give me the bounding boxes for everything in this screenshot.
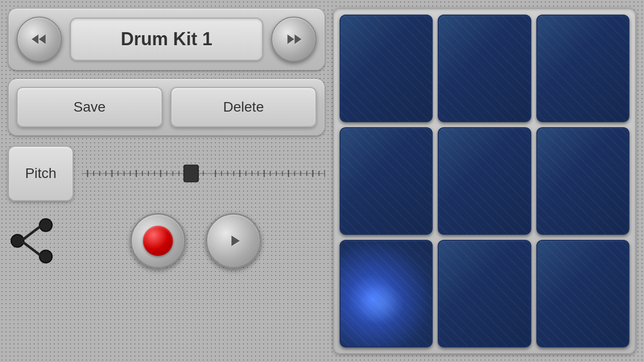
- svg-line-45: [24, 243, 39, 255]
- save-button[interactable]: Save: [17, 87, 163, 127]
- app-container: Drum Kit 1 Save Delete Pitch: [0, 0, 644, 362]
- drum-pad-6[interactable]: [340, 240, 433, 347]
- drum-pad-1[interactable]: [438, 15, 531, 122]
- left-panel: Drum Kit 1 Save Delete Pitch: [8, 8, 325, 354]
- delete-button[interactable]: Delete: [171, 87, 316, 127]
- svg-rect-21: [184, 165, 198, 182]
- pitch-ticks: // Will be rendered statically below: [82, 161, 325, 186]
- bottom-row: [8, 211, 325, 270]
- share-icon: [8, 216, 58, 266]
- drum-pad-7[interactable]: [438, 240, 531, 347]
- rewind-button[interactable]: [17, 17, 62, 62]
- right-panel: [333, 8, 636, 354]
- record-button[interactable]: [130, 213, 186, 268]
- drum-kit-label: Drum Kit 1: [70, 18, 263, 61]
- drum-pad-3[interactable]: [340, 127, 433, 235]
- play-button[interactable]: [206, 213, 261, 268]
- pads-grid: [333, 8, 636, 354]
- svg-point-42: [11, 235, 24, 247]
- pitch-button[interactable]: Pitch: [8, 146, 73, 201]
- top-row: Drum Kit 1: [8, 8, 325, 70]
- svg-point-43: [40, 250, 52, 263]
- pitch-control: // Will be rendered statically below: [82, 158, 325, 189]
- drum-pad-5[interactable]: [536, 127, 629, 235]
- share-button[interactable]: [8, 216, 58, 266]
- svg-point-41: [40, 219, 52, 231]
- fast-forward-icon: [284, 30, 303, 49]
- drum-pad-8[interactable]: [536, 240, 629, 347]
- pitch-row: Pitch // Will be rendered statically bel…: [8, 144, 325, 203]
- record-icon: [143, 226, 173, 256]
- rewind-icon: [30, 30, 49, 49]
- drum-kit-name: Drum Kit 1: [121, 29, 212, 49]
- drum-pad-4[interactable]: [438, 127, 531, 235]
- action-row: Save Delete: [8, 78, 325, 136]
- fast-forward-button[interactable]: [271, 17, 316, 62]
- svg-line-44: [24, 227, 39, 239]
- drum-pad-2[interactable]: [536, 15, 629, 122]
- drum-pad-0[interactable]: [340, 15, 433, 122]
- play-icon: [225, 232, 244, 250]
